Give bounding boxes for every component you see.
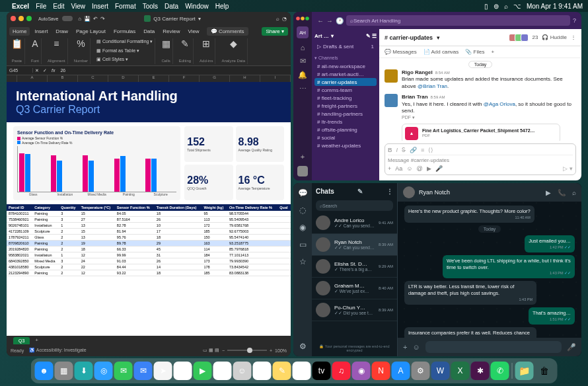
chat-list-item[interactable]: Ryan Notch✓✓ Can you send m…8:39 AM [312,234,397,256]
table-row[interactable]: 9583802021Installation11299.993118477.10… [7,252,291,258]
tab-draw[interactable]: Draw [52,27,71,36]
close-button[interactable] [11,16,16,21]
subtab-messages[interactable]: 💬 Messages [385,49,417,55]
wa-message-input[interactable] [425,341,562,353]
subtab-files[interactable]: 📎 Files [465,49,484,55]
chat-list-item[interactable]: Po-Chun Y…✓✓ Did you see t…8:39 AM [312,299,397,321]
save-icon[interactable]: 💾 [84,16,91,22]
titlebar-search-icon[interactable]: ⌕ [276,16,279,22]
channel-item[interactable]: # weather-updates [314,141,377,149]
minimize-button[interactable] [301,17,305,20]
plus-icon[interactable]: + [388,165,391,172]
tab-review[interactable]: Review [159,27,183,36]
channel-name[interactable]: # carrier-updates [385,34,433,41]
channels-header[interactable]: ▾ Channels [314,54,377,62]
menubar-app[interactable]: Excel [12,3,29,10]
menubar-datetime[interactable]: Mon Apr 1 9:41 AM [527,3,583,10]
table-row[interactable]: 8709820610Painting21989.782916393.251877… [7,241,291,247]
dock-slack-icon[interactable]: ✱ [471,362,490,380]
forward-button[interactable]: → [326,17,333,24]
huddle-button[interactable]: 🎧 Huddle [542,34,567,40]
formula-input[interactable]: 26 [57,68,68,73]
help-icon[interactable]: ? [573,17,576,24]
undo-icon[interactable]: ↶ [93,16,98,22]
channel-item[interactable]: # carrier-updates [314,78,377,86]
link-icon[interactable]: 🔗 [410,147,417,153]
table-row[interactable]: 8784100211Painting31584.05189598.5705544 [7,211,291,217]
add-icon[interactable]: + [301,153,305,161]
menu-window[interactable]: Window [185,3,209,10]
sticker-icon[interactable]: ☺ [412,343,420,351]
table-row[interactable]: 4172281109Sculpture21581.941718592.67750… [7,229,291,235]
table-row[interactable]: 4381018580Sculpture22284.441417873.84345… [7,264,291,270]
dock-trash-icon[interactable]: 🗑 [535,362,554,380]
status-accessibility[interactable]: ♿ Accessibility: Investigate [29,348,86,353]
dock-contacts-icon[interactable]: ☺ [233,362,252,380]
channel-item[interactable]: # offsite-planning [314,126,377,134]
ribbon-analyze[interactable]: ◆Analyze Data [219,38,248,64]
chevron-down-icon[interactable]: ▾ [198,16,201,22]
avatar[interactable] [385,69,398,83]
file-attachment[interactable]: ▲ Fine Art Logistics_Carrier Packet_Ship… [402,124,560,141]
user-avatar[interactable] [297,166,308,176]
subtab-canvas[interactable]: 📄 Add canvas [423,49,459,55]
dock-appstore-icon[interactable]: A [392,362,410,380]
dock-calendar-icon[interactable]: 1 [213,362,232,380]
more-icon[interactable]: ⋯ [299,85,307,93]
member-avatars[interactable] [511,34,529,42]
dock-podcasts-icon[interactable]: ◉ [352,362,371,380]
close-button[interactable] [296,17,300,20]
dock-mail-icon[interactable]: ✉ [134,362,153,380]
zoom-value[interactable]: 100% [275,348,287,353]
table-row[interactable]: 2019284820Painting21866.334511485.797681… [7,247,291,252]
dm-icon[interactable]: ✉ [300,57,306,65]
dock-home-icon[interactable]: ⌂ [293,362,311,380]
ribbon-addins[interactable]: ⊞Add-ins [198,38,215,64]
dock-downloads-icon[interactable]: ⬇ [75,362,93,380]
dock-notes-icon[interactable]: ✎ [273,362,291,380]
message-bubble[interactable]: We've been doing LTL shipping for a whil… [443,255,575,279]
contact-avatar[interactable] [403,186,415,198]
tab-data[interactable]: Data [140,27,158,36]
video-call-icon[interactable]: ▶ [546,189,551,196]
channel-item[interactable]: # social [314,134,377,141]
maximize-button[interactable] [305,17,309,20]
search-icon[interactable]: ⌕ [504,3,508,10]
back-button[interactable]: ← [317,17,324,24]
cancel-icon[interactable]: ✕ [33,68,41,73]
menu-data[interactable]: Data [165,3,178,10]
message-bubble[interactable]: Here's the new product graphic. Thoughts… [404,206,534,223]
dock-launchpad-icon[interactable]: ▦ [55,362,73,380]
ribbon-paste[interactable]: 📋Paste [9,38,25,64]
mention-icon[interactable]: @ [416,165,422,172]
send-button[interactable]: ▷ ▾ [563,165,573,172]
drafts-sent[interactable]: ▷ Drafts & sent1 [314,42,377,50]
message-bubble[interactable]: LTR is way better. Less transit time, lo… [404,281,536,305]
strike-icon[interactable]: S̶ [402,147,406,153]
zoom-slider[interactable]: ▭ ▦ ▤ −+ 100% [203,348,287,353]
tab-page-layout[interactable]: Page Layout [73,27,109,36]
chats-icon[interactable]: 💬 [298,188,308,198]
menu-tools[interactable]: Tools [143,3,158,10]
format-icon[interactable]: Aa [395,165,402,172]
channel-item[interactable]: # fleet-tracking [314,94,377,102]
menu-format[interactable]: Format [115,3,136,10]
channel-item[interactable]: # freight-partners [314,102,377,110]
control-center-icon[interactable]: ⌥ [513,3,521,10]
table-row[interactable]: 6840392850Mixed Media32491.032617379.993… [7,258,291,264]
tab-view[interactable]: View [184,27,202,36]
add-tab-icon[interactable]: + [491,49,494,55]
autosave-toggle[interactable]: AutoSave [38,17,58,21]
dock-safari-icon[interactable]: ◎ [94,362,113,380]
minimize-button[interactable] [18,16,24,21]
col-a[interactable]: A [17,75,48,82]
dock-photos-icon[interactable]: ✿ [174,362,192,380]
ribbon-alignment[interactable]: ≡Alignment [46,38,68,64]
col-d[interactable]: D [108,75,139,82]
col-g[interactable]: G [200,75,230,82]
excel-sheet[interactable]: International Art Handling Q3 Carrier Re… [7,82,291,336]
dock-whatsapp-icon[interactable]: ✆ [491,362,509,380]
compose-input[interactable]: Message #carrier-updates [388,157,573,163]
tab-formulas[interactable]: Formulas [110,27,139,36]
history-icon[interactable]: 🕐 [336,17,344,24]
